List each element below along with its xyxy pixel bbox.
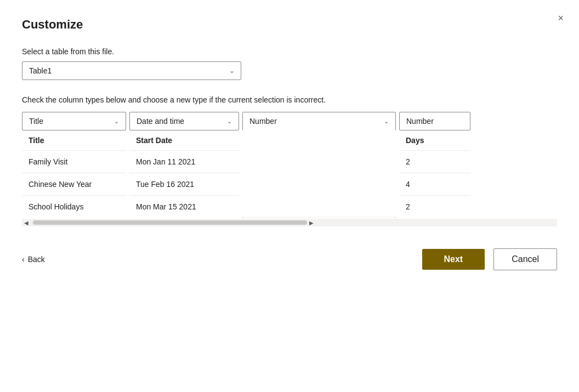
customize-dialog: Customize × Select a table from this fil… [0, 0, 579, 392]
days-cell-1: 2 [399, 151, 470, 173]
table-select-wrapper: Table1 Table2 ⌄ [22, 61, 241, 80]
date-chevron-icon: ⌄ [227, 118, 232, 125]
date-data-table: Start Date Mon Jan 11 2021 Tue Feb 16 20… [129, 130, 239, 218]
horizontal-scrollbar[interactable]: ◀ ▶ [22, 219, 557, 226]
column-types-section: Check the column types below and choose … [22, 95, 557, 226]
days-cell-2: 4 [399, 173, 470, 196]
back-label: Back [28, 255, 45, 264]
col-block-title: Title ⌄ Title Family Visit Chine [22, 112, 126, 218]
title-data-table: Title Family Visit Chinese New Year Scho… [22, 130, 126, 218]
back-button[interactable]: ‹ Back [22, 255, 45, 264]
date-cell-2: Tue Feb 16 2021 [129, 173, 239, 196]
days-data-table: Days 2 4 2 [399, 130, 470, 218]
scrollbar-track[interactable] [33, 220, 307, 225]
table-select-section: Select a table from this file. Table1 Ta… [22, 47, 557, 95]
date-dropdown[interactable]: Date and time ⌄ [129, 112, 239, 130]
next-button[interactable]: Next [422, 249, 485, 270]
date-cell-1: Mon Jan 11 2021 [129, 151, 239, 173]
table-row: Chinese New Year [22, 173, 126, 196]
table-row: Mon Mar 15 2021 [129, 196, 239, 218]
number-chevron-icon: ⌄ [384, 118, 389, 125]
close-button[interactable]: × [558, 13, 564, 23]
title-col-header: Title [22, 130, 126, 151]
col-block-days: Number Days 2 4 [399, 112, 470, 218]
table-row: Mon Jan 11 2021 [129, 151, 239, 173]
footer-right-buttons: Next Cancel [422, 248, 558, 270]
table-row: Family Visit [22, 151, 126, 173]
back-chevron-icon: ‹ [22, 255, 25, 264]
dialog-title: Customize [22, 18, 557, 32]
dialog-footer: ‹ Back Next Cancel [22, 240, 557, 270]
number-dropdown-value: Number [249, 117, 277, 126]
number-dropdown-menu: Number Currency Date and time Single lin… [242, 217, 396, 218]
column-headers-row: Title ⌄ Title Family Visit Chine [22, 112, 557, 218]
table-select-input[interactable]: Table1 Table2 [22, 61, 241, 80]
date-cell-3: Mon Mar 15 2021 [129, 196, 239, 218]
col-block-date: Date and time ⌄ Start Date Mon Jan 11 20… [129, 112, 239, 218]
title-chevron-icon: ⌄ [114, 118, 119, 125]
scroll-right-icon[interactable]: ▶ [309, 220, 314, 226]
date-col-header: Start Date [129, 130, 239, 151]
title-cell-1: Family Visit [22, 151, 126, 173]
title-dropdown[interactable]: Title ⌄ [22, 112, 126, 130]
number-dropdown[interactable]: Number ⌄ [242, 112, 396, 130]
days-header-plain: Number [399, 112, 470, 130]
title-cell-3: School Holidays [22, 196, 126, 218]
table-row: 2 [399, 196, 470, 218]
cancel-button[interactable]: Cancel [493, 248, 557, 270]
title-dropdown-value: Title [29, 117, 43, 126]
title-cell-2: Chinese New Year [22, 173, 126, 196]
table-row: 2 [399, 151, 470, 173]
days-col-header: Days [399, 130, 470, 151]
col-block-number: Number ⌄ Number Currency Date and time S… [242, 112, 396, 218]
table-row: 4 [399, 173, 470, 196]
column-types-label: Check the column types below and choose … [22, 95, 557, 104]
scroll-left-icon[interactable]: ◀ [24, 220, 29, 226]
table-row: School Holidays [22, 196, 126, 218]
table-row: Tue Feb 16 2021 [129, 173, 239, 196]
date-dropdown-value: Date and time [137, 117, 184, 126]
days-cell-3: 2 [399, 196, 470, 218]
table-select-label: Select a table from this file. [22, 47, 557, 56]
dropdown-item-number[interactable]: Number [243, 217, 395, 218]
